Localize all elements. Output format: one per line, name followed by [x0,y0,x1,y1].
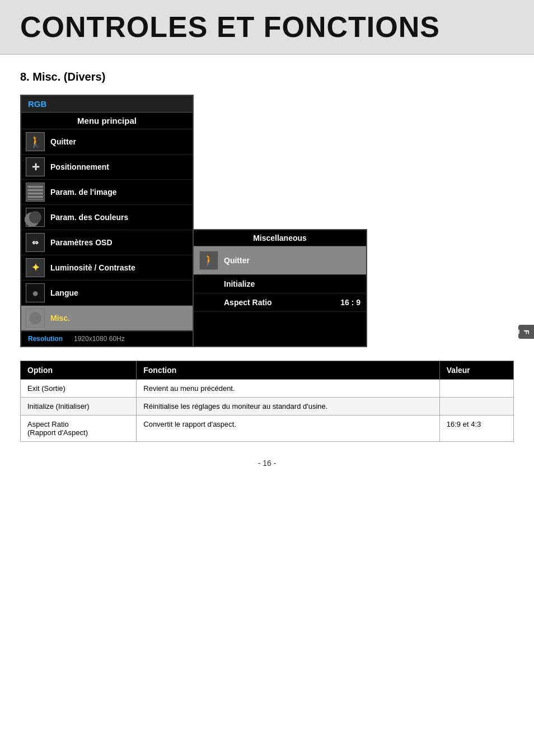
menu-item-image-label: Param. de l'image [50,188,117,197]
menu-item-osd-label: Paramètres OSD [50,238,113,247]
osd-icon: ⇔ [26,233,45,252]
misc-icon [26,309,45,328]
menu-item-brightness-label: Luminositè / Contraste [50,263,135,272]
menu-item-brightness[interactable]: ✦ Luminositè / Contraste [21,255,193,281]
table-cell-valeur-2: 16:9 et 4:3 [439,416,513,442]
submenu-item-initialize[interactable]: Initialize [194,275,366,293]
page-header: CONTROLES ET FONCTIONS [0,0,534,55]
exit-icon: 🚶 [26,132,45,151]
resolution-bar: Resolution 1920x1080 60Hz [21,331,193,346]
right-submenu-panel: Miscellaneous 🚶 Quitter Initialize Aspec… [194,229,367,347]
submenu-item-aspect-label: Aspect Ratio [199,298,335,307]
brightness-icon: ✦ [26,258,45,277]
table-cell-option-2: Aspect Ratio (Rapport d'Aspect) [21,416,137,442]
table-row: Initialize (Initialiser) Réinitialise le… [21,398,514,416]
menu-item-position[interactable]: ✛ Positionnement [21,155,193,180]
table-cell-valeur-1 [439,398,513,416]
menu-item-misc[interactable]: Misc. [21,306,193,331]
submenu-item-aspect[interactable]: Aspect Ratio 16 : 9 [194,293,366,312]
submenu-exit-icon: 🚶 [199,251,218,270]
menu-item-color-label: Param. des Couleurs [50,213,128,222]
table-header-valeur: Valeur [439,361,513,380]
table-row: Exit (Sortie) Revient au menu précédent. [21,380,514,398]
table-cell-option-0: Exit (Sortie) [21,380,137,398]
menu-item-misc-label: Misc. [50,314,70,323]
submenu-title: Miscellaneous [194,230,366,246]
resolution-label: Resolution [28,335,63,343]
table-header-fonction: Fonction [137,361,440,380]
menu-item-osd[interactable]: ⇔ Paramètres OSD [21,230,193,255]
menu-item-exit-label: Quitter [50,137,76,146]
menu-item-position-label: Positionnement [50,162,109,171]
langue-icon: ● [26,283,45,302]
menu-item-langue-label: Langue [50,288,78,297]
image-icon [26,183,45,202]
table-cell-fonction-1: Réinitialise les réglages du moniteur au… [137,398,440,416]
resolution-value: 1920x1080 60Hz [74,335,125,343]
menu-item-langue[interactable]: ● Langue [21,281,193,306]
info-table: Option Fonction Valeur Exit (Sortie) Rev… [20,361,514,442]
table-cell-option-1: Initialize (Initialiser) [21,398,137,416]
submenu-item-quit[interactable]: 🚶 Quitter [194,246,366,275]
table-header-option: Option [21,361,137,380]
main-content: 8. Misc. (Divers) RGB Menu principal 🚶 Q… [0,55,534,483]
osd-wrapper: RGB Menu principal 🚶 Quitter ✛ Positionn… [20,95,514,347]
left-menu-panel: RGB Menu principal 🚶 Quitter ✛ Positionn… [20,95,194,347]
menu-item-exit[interactable]: 🚶 Quitter [21,129,193,155]
page-number: - 16 - [20,459,514,468]
page-title: CONTROLES ET FONCTIONS [20,10,514,44]
table-cell-fonction-0: Revient au menu précédent. [137,380,440,398]
position-icon: ✛ [26,157,45,176]
submenu-item-initialize-label: Initialize [199,279,360,288]
submenu-item-aspect-value: 16 : 9 [340,298,360,307]
menu-principal-label: Menu principal [21,113,193,129]
table-cell-fonction-2: Convertit le rapport d'aspect. [137,416,440,442]
section-title: 8. Misc. (Divers) [20,71,514,83]
menu-item-image[interactable]: Param. de l'image [21,180,193,205]
menu-item-color[interactable]: Param. des Couleurs [21,205,193,230]
color-icon [26,208,45,227]
submenu-item-quit-label: Quitter [224,256,360,265]
table-cell-valeur-0 [439,380,513,398]
table-row: Aspect Ratio (Rapport d'Aspect) Converti… [21,416,514,442]
rgb-bar: RGB [21,96,193,113]
